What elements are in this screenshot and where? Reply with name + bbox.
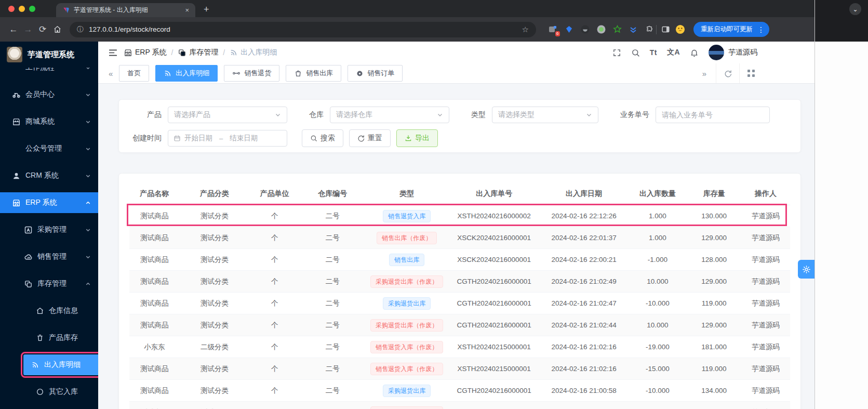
reset-button[interactable]: 重置 [349,129,391,147]
column-header[interactable]: 仓库编号 [300,183,365,205]
tab-close-icon[interactable]: × [183,6,191,14]
sidebar-item-12[interactable]: 出入库明细 [23,354,98,375]
column-header[interactable]: 出入库数量 [628,183,687,205]
table-row[interactable]: 小东东二级分类个二号销售退货入库（作废）XSTH2024021500000120… [129,336,790,358]
translate-icon[interactable]: 文A [667,48,680,57]
tag-tab-1[interactable]: 首页 [119,65,149,82]
sidebar-item-label: 产品库存 [49,333,78,342]
product-cell: 测试商品 [129,358,180,380]
table-row[interactable]: 测试商品测试分类个二号采购退货出库CGTH202402160000012024-… [129,380,790,402]
sales-icon [24,253,33,261]
sidebar-item-9[interactable]: 库存管理 [0,273,98,294]
sidebar-item-8[interactable]: 销售管理 [0,246,98,267]
adblock-extension-icon[interactable]: 6 [547,24,558,35]
tabs-scroll-left-icon[interactable]: « [104,69,117,78]
address-bar[interactable]: ⓘ 127.0.0.1/erp/stock/record ☆ [70,22,536,37]
sidebar-item-2[interactable]: 会员中心 [0,84,98,105]
close-window-button[interactable] [8,6,15,12]
table-row[interactable]: 测试商品测试分类个二号采购退货出库（作废）CGTH202402160000012… [129,402,790,409]
forward-icon[interactable]: → [21,22,35,37]
refresh-page-icon[interactable] [716,63,739,83]
breadcrumb-item[interactable]: 库存管理 [178,48,218,57]
date-range-picker[interactable]: 开始日期 – 结束日期 [168,130,287,147]
column-header[interactable]: 库存量 [687,183,741,205]
column-header[interactable]: 类型 [365,183,448,205]
table-row[interactable]: 测试商品测试分类个二号销售退货入库（作废）XSTH202402150000012… [129,358,790,380]
type-select[interactable]: 请选择类型 [492,107,598,123]
back-icon[interactable]: ← [6,22,21,37]
tag-tab-5[interactable]: 销售订单 [348,65,403,82]
puzzle-extensions-icon[interactable] [644,24,655,35]
home-icon[interactable] [50,22,64,37]
product-select[interactable]: 请选择产品 [168,107,287,123]
column-header[interactable]: 产品名称 [129,183,180,205]
star-extension-icon[interactable] [612,24,622,35]
table-row[interactable]: 测试商品测试分类个二号销售出库（作废）XSCK20240216000001202… [129,227,790,249]
site-info-icon[interactable]: ⓘ [77,25,84,34]
breadcrumb-item[interactable]: ERP 系统 [124,48,166,57]
tabs-scroll-right-icon[interactable]: » [693,63,716,83]
tag-tab-2[interactable]: 出入库明细 [155,65,218,82]
export-button[interactable]: 导出 [396,129,438,147]
table-row[interactable]: 测试商品测试分类个二号采购退货出库（作废）CGTH202402160000012… [129,314,790,336]
browser-tab[interactable]: 芋道管理系统 - 出入库明细 × [56,3,195,17]
type-cell: 销售退货入库（作废） [365,358,448,380]
url-text: 127.0.0.1/erp/stock/record [89,25,170,33]
sidebar-item-10[interactable]: 仓库信息 [0,300,98,321]
reload-icon[interactable]: ⟳ [35,22,50,37]
date-cell: 2024-02-16 21:02:44 [540,314,628,336]
column-header[interactable]: 出入库日期 [540,183,628,205]
sidebar-item-3[interactable]: 商城系统 [0,111,98,132]
tabs-menu-grid-icon[interactable] [739,63,763,83]
settings-gear-button[interactable] [798,260,814,279]
type-tag: 采购退货出库（作废） [370,319,443,332]
browser-menu-icon[interactable]: ⋮ [756,25,766,34]
green-dot-extension-icon[interactable] [596,24,606,35]
sidebar-logo[interactable]: 芋道管理系统 [0,42,98,68]
product-cell: 测试商品 [129,227,180,249]
search-icon[interactable] [631,48,640,57]
warehouse-cell: 二号 [300,249,365,271]
sidebar-item-13[interactable]: 其它入库 [0,381,98,402]
quantity-cell: -1.000 [628,249,687,271]
font-size-icon[interactable]: Tt [650,48,657,57]
user-menu[interactable]: 芋道源码 [709,45,757,60]
notification-bell-icon[interactable] [690,48,699,57]
browser-update-button[interactable]: 重新启动即可更新 ⋮ [693,22,769,37]
sidebar-item-4[interactable]: 公众号管理 [0,138,98,159]
sidebar-item-5[interactable]: CRM 系统 [0,165,98,186]
fullscreen-icon[interactable] [612,48,621,57]
dark-circle-extension-icon[interactable] [580,24,590,35]
sidebar-item-6[interactable]: ERP 系统 [0,192,98,213]
column-header[interactable]: 产品单位 [250,183,300,205]
sidebar-item-label: 商城系统 [25,117,55,126]
table-row[interactable]: 测试商品测试分类个二号销售退货入库XSTH202402160000022024-… [129,205,790,227]
column-header[interactable]: 产品分类 [180,183,250,205]
bizno-input[interactable] [656,107,770,123]
chevron-down-circle-icon[interactable]: ⌄ [849,3,861,15]
side-panel-icon[interactable] [658,22,673,37]
chevron-down-icon [437,112,443,118]
gem-extension-icon[interactable] [564,24,574,35]
sidebar-item-11[interactable]: 产品库存 [0,327,98,348]
sidebar-item-7[interactable]: 采购管理 [0,219,98,240]
collapse-sidebar-icon[interactable] [105,45,121,60]
maximize-window-button[interactable] [29,6,35,12]
minimize-window-button[interactable] [19,6,25,12]
new-tab-button[interactable]: + [204,4,209,15]
table-row[interactable]: 测试商品测试分类个二号采购退货出库CGTH202402160000012024-… [129,293,790,314]
tag-tab-4[interactable]: 销售出库 [286,65,341,82]
bookmark-star-icon[interactable]: ☆ [522,25,529,34]
topbar: ERP 系统/库存管理/出入库明细 Tt 文A [98,42,814,63]
chevrons-extension-icon[interactable] [628,24,638,35]
emoji-extension-icon[interactable] [673,22,687,37]
warehouse-select[interactable]: 请选择仓库 [330,107,449,123]
column-header[interactable]: 出入库单号 [448,183,540,205]
tag-tab-3[interactable]: 销售退货 [224,65,279,82]
table-row[interactable]: 测试商品测试分类个二号销售出库XSCK202402160000012024-02… [129,249,790,271]
sidebar-item-1[interactable]: 工作流程 [0,68,98,78]
column-header[interactable]: 操作人 [741,183,790,205]
stock-icon [178,48,186,57]
search-button[interactable]: 搜索 [302,129,343,147]
table-row[interactable]: 测试商品测试分类个二号采购退货出库（作废）CGTH202402160000012… [129,271,790,293]
